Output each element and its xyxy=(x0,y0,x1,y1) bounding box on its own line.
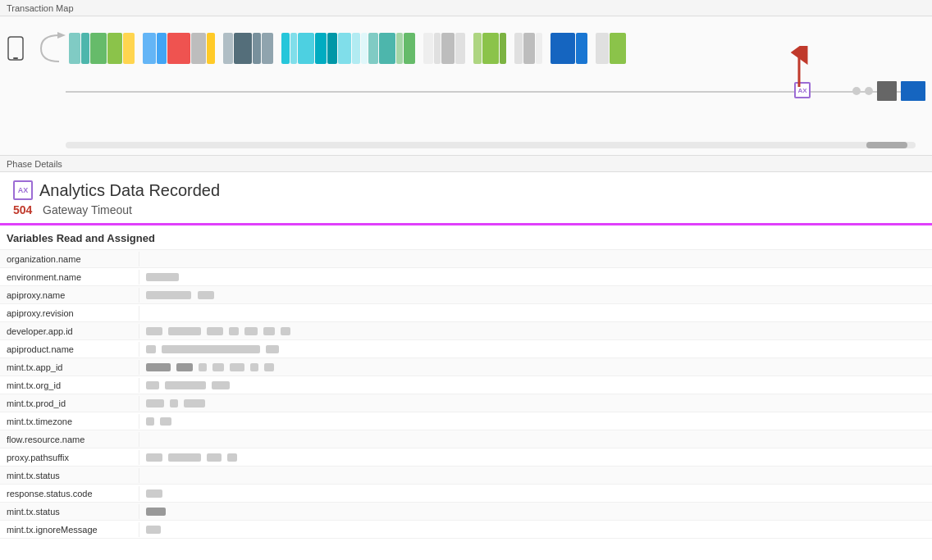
table-row: apiproxy.name xyxy=(0,286,932,304)
table-row: apiproxy.revision xyxy=(0,304,932,322)
transaction-map-header: Transaction Map xyxy=(0,0,932,16)
svg-marker-2 xyxy=(57,32,66,39)
variables-header: Variables Read and Assigned xyxy=(0,225,932,250)
table-row: mint.tx.prod_id xyxy=(0,394,932,412)
table-row: proxy.pathsuffix xyxy=(0,448,932,467)
var-name: apiproxy.name xyxy=(0,288,139,303)
var-name: developer.app.id xyxy=(0,324,139,339)
status-code: 504 xyxy=(13,203,32,216)
var-name: mint.tx.ignoreMessage xyxy=(0,522,139,537)
var-name: mint.tx.prod_id xyxy=(0,396,139,411)
var-value xyxy=(139,487,932,500)
transaction-map-title: Transaction Map xyxy=(7,3,74,13)
var-name: organization.name xyxy=(0,252,139,266)
timeline-row2: AX xyxy=(0,70,932,111)
table-row: mint.tx.status xyxy=(0,467,932,485)
table-row: flow.resource.name xyxy=(0,430,932,448)
var-name: apiproxy.revision xyxy=(0,306,139,321)
var-value xyxy=(139,379,932,392)
var-value xyxy=(139,257,932,262)
transaction-map-area[interactable]: AX xyxy=(0,16,932,156)
var-value xyxy=(139,415,932,428)
phase-title-row: AX Analytics Data Recorded xyxy=(13,180,919,200)
table-row: apiproduct.name xyxy=(0,340,932,358)
var-value xyxy=(139,271,932,284)
status-row: 504 Gateway Timeout xyxy=(13,203,919,216)
var-name: flow.resource.name xyxy=(0,432,139,447)
var-value xyxy=(139,397,932,410)
mobile-icon xyxy=(7,35,25,61)
var-value xyxy=(139,311,932,316)
var-value xyxy=(139,451,932,464)
arrow-back xyxy=(36,30,66,66)
var-value xyxy=(139,505,932,518)
scrollbar-thumb[interactable] xyxy=(866,142,907,148)
var-name: environment.name xyxy=(0,270,139,285)
phase-details-title: Phase Details xyxy=(7,159,62,169)
phase-title: Analytics Data Recorded xyxy=(39,181,220,200)
right-blocks xyxy=(852,81,925,101)
table-row: mint.tx.status xyxy=(0,503,932,521)
ax-badge-phase: AX xyxy=(13,180,33,200)
phase-details-body: AX Analytics Data Recorded 504 Gateway T… xyxy=(0,172,932,225)
var-name: mint.tx.app_id xyxy=(0,360,139,375)
table-row: mint.tx.org_id xyxy=(0,376,932,394)
table-row: mint.tx.app_id xyxy=(0,358,932,376)
var-name: mint.tx.timezone xyxy=(0,414,139,429)
var-name: response.status.code xyxy=(0,486,139,501)
var-name: proxy.pathsuffix xyxy=(0,450,139,465)
var-name: apiproduct.name xyxy=(0,342,139,357)
var-name: mint.tx.status xyxy=(0,468,139,483)
phase-details-header: Phase Details xyxy=(0,156,932,172)
red-arrow-indicator xyxy=(788,46,811,89)
var-value xyxy=(139,473,932,478)
table-row: mint.tx.ignoreMessage xyxy=(0,521,932,539)
table-row: developer.app.id xyxy=(0,322,932,340)
var-value xyxy=(139,289,932,302)
table-row: response.status.code xyxy=(0,485,932,503)
svg-rect-1 xyxy=(13,57,18,59)
table-row: environment.name xyxy=(0,268,932,286)
table-row: organization.name xyxy=(0,250,932,268)
connector-line: AX xyxy=(66,91,925,93)
var-value xyxy=(139,523,932,536)
var-value xyxy=(139,437,932,442)
svg-rect-0 xyxy=(8,37,23,60)
var-value xyxy=(139,343,932,356)
status-text: Gateway Timeout xyxy=(43,203,132,216)
var-value xyxy=(139,361,932,374)
var-name: mint.tx.status xyxy=(0,504,139,519)
var-name: mint.tx.org_id xyxy=(0,378,139,393)
var-value xyxy=(139,325,932,338)
table-row: mint.tx.timezone xyxy=(0,412,932,430)
variables-section: Variables Read and Assigned organization… xyxy=(0,225,932,560)
scrollbar-track[interactable] xyxy=(66,142,916,148)
app-container: Transaction Map xyxy=(0,0,932,560)
